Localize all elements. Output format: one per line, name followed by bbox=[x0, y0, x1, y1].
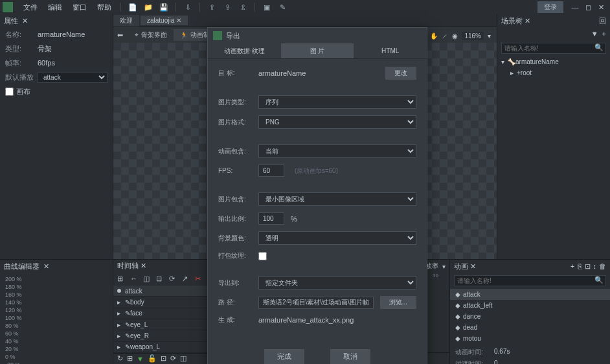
cancel-button[interactable]: 取消 bbox=[330, 349, 370, 364]
prop-defplay-select[interactable]: attack bbox=[38, 72, 107, 83]
open-icon[interactable]: 📁 bbox=[143, 2, 153, 12]
ratio-input[interactable] bbox=[258, 212, 284, 225]
edit-icon[interactable]: ✎ bbox=[277, 2, 288, 12]
hand-tool-icon[interactable]: ✋ bbox=[430, 32, 438, 40]
properties-close-icon[interactable]: ✕ bbox=[22, 17, 28, 25]
fps-dropdown-icon[interactable]: ▾ bbox=[442, 263, 446, 270]
tl-tool4-icon[interactable]: ⊡ bbox=[156, 275, 165, 284]
transition-value[interactable]: 0 bbox=[494, 359, 498, 364]
curve-close-icon[interactable]: ✕ bbox=[43, 262, 49, 271]
add-icon[interactable]: + bbox=[602, 30, 606, 38]
scenetree-search-input[interactable] bbox=[501, 43, 606, 54]
tl-bottom7-icon[interactable]: ◫ bbox=[180, 354, 186, 363]
modal-tab-image[interactable]: 图 片 bbox=[281, 43, 354, 58]
anim-search-icon[interactable]: 🔍 bbox=[594, 276, 604, 284]
tl-tool7-icon[interactable]: ✂ bbox=[195, 275, 204, 284]
transition-label: 过渡时间: bbox=[455, 359, 494, 364]
tl-filter-icon[interactable]: ▼ bbox=[137, 355, 144, 363]
scenetree-title: 场景树 bbox=[501, 17, 523, 25]
export3-icon[interactable]: ⇫ bbox=[238, 2, 248, 12]
pack-checkbox[interactable] bbox=[258, 252, 267, 260]
tree-root[interactable]: ▾🦴 armatureName bbox=[497, 56, 610, 67]
path-input[interactable] bbox=[258, 297, 374, 309]
export1-icon[interactable]: ⇧ bbox=[207, 2, 217, 12]
new-icon[interactable]: 📄 bbox=[128, 2, 138, 12]
import-icon[interactable]: ⇩ bbox=[183, 2, 193, 12]
tl-bottom2-icon[interactable]: ⊞ bbox=[127, 354, 133, 363]
anim-delete-icon[interactable]: 🗑 bbox=[599, 262, 606, 271]
tl-tool1-icon[interactable]: ⊞ bbox=[117, 275, 126, 284]
maximize-icon[interactable]: ◻ bbox=[583, 2, 593, 12]
anim-item[interactable]: ◆dead bbox=[450, 322, 610, 333]
timeline-close-icon[interactable]: ✕ bbox=[141, 262, 146, 269]
export2-icon[interactable]: ⇪ bbox=[222, 2, 232, 12]
anim-item[interactable]: ◆motou bbox=[450, 333, 610, 344]
tl-tool3-icon[interactable]: ◫ bbox=[143, 275, 152, 284]
modal-fps-input[interactable] bbox=[258, 165, 284, 177]
imginclude-select[interactable]: 最小图像区域 bbox=[258, 192, 416, 206]
anim-copy-icon[interactable]: ⎘ bbox=[578, 262, 582, 271]
filter-icon[interactable]: ▼ bbox=[591, 30, 598, 38]
menu-file[interactable]: 文件 bbox=[18, 3, 43, 12]
change-button[interactable]: 更改 bbox=[385, 67, 416, 80]
complete-button[interactable]: 完成 bbox=[264, 349, 304, 364]
prop-canvas-checkbox[interactable] bbox=[5, 87, 14, 96]
tab-file[interactable]: zalatuojia ✕ bbox=[141, 16, 188, 25]
subtab-skeleton[interactable]: ⌖骨架界面 bbox=[128, 29, 174, 41]
tl-bottom5-icon[interactable]: ⊡ bbox=[161, 354, 166, 363]
exportto-select[interactable]: 指定文件夹 bbox=[258, 276, 416, 290]
modal-fps-label: FPS: bbox=[218, 167, 252, 174]
back-icon[interactable]: ⬅ bbox=[117, 31, 123, 40]
anim-move-icon[interactable]: ↕ bbox=[593, 262, 597, 271]
login-button[interactable]: 登录 bbox=[537, 1, 563, 13]
eye-tool-icon[interactable]: ◉ bbox=[452, 32, 458, 40]
minimize-icon[interactable]: — bbox=[570, 2, 580, 12]
prop-fps-value: 60fps bbox=[38, 59, 107, 67]
imgformat-select[interactable]: PNG bbox=[258, 115, 416, 129]
tl-bottom1-icon[interactable]: ↻ bbox=[117, 354, 123, 363]
zoom-display[interactable]: 116% bbox=[462, 32, 484, 40]
modal-title-text: 导出 bbox=[226, 31, 240, 41]
target-value: armatureName bbox=[258, 69, 379, 77]
search-icon[interactable]: 🔍 bbox=[594, 43, 604, 52]
browse-button[interactable]: 浏览... bbox=[380, 296, 416, 309]
imgtype-label: 图片类型: bbox=[218, 98, 252, 107]
anim-item[interactable]: ◆attack bbox=[450, 289, 610, 300]
tab-welcome[interactable]: 欢迎 bbox=[113, 15, 139, 27]
anim-item[interactable]: ◆dance bbox=[450, 311, 610, 322]
prop-type-value: 骨架 bbox=[38, 44, 107, 54]
lock-icon[interactable]: 回 bbox=[599, 16, 606, 26]
preview-icon[interactable]: ▣ bbox=[262, 2, 272, 12]
anim-close-icon[interactable]: ✕ bbox=[470, 262, 476, 270]
animinclude-select[interactable]: 当前 bbox=[258, 144, 416, 158]
track-dot-icon bbox=[117, 289, 121, 293]
tl-tool5-icon[interactable]: ⟳ bbox=[169, 275, 178, 284]
tl-tool2-icon[interactable]: ↔ bbox=[130, 275, 139, 284]
bone-tool-icon[interactable]: ⟋ bbox=[442, 32, 448, 40]
anim-search-input[interactable] bbox=[454, 275, 606, 286]
bgcolor-select[interactable]: 透明 bbox=[258, 231, 416, 245]
anim-add-icon[interactable]: + bbox=[570, 262, 574, 271]
scenetree-close-icon[interactable]: ✕ bbox=[525, 17, 530, 25]
ratio-unit: % bbox=[291, 215, 297, 223]
tl-bottom6-icon[interactable]: ⟳ bbox=[170, 354, 176, 363]
anim-item[interactable]: ◆attack_left bbox=[450, 300, 610, 311]
tree-child[interactable]: ▸+ root bbox=[497, 67, 610, 78]
generate-value: armatureName_attack_xx.png bbox=[258, 316, 416, 324]
tl-lock-icon[interactable]: 🔓 bbox=[148, 354, 157, 363]
imgtype-select[interactable]: 序列 bbox=[258, 95, 416, 109]
bgcolor-label: 背景颜色: bbox=[218, 234, 252, 243]
close-icon[interactable]: ✕ bbox=[596, 2, 606, 12]
anim-paste-icon[interactable]: ⊡ bbox=[585, 262, 591, 271]
save-icon[interactable]: 💾 bbox=[159, 2, 169, 12]
menu-window[interactable]: 窗口 bbox=[67, 3, 92, 12]
menu-help[interactable]: 帮助 bbox=[92, 3, 117, 12]
timeline-title: 时间轴 bbox=[117, 262, 139, 269]
dropdown-icon[interactable]: ▾ bbox=[488, 32, 491, 40]
tl-tool6-icon[interactable]: ↗ bbox=[182, 275, 191, 284]
modal-tab-html[interactable]: HTML bbox=[354, 43, 427, 58]
duration-label: 动画时间: bbox=[455, 348, 494, 357]
duration-value: 0.67s bbox=[494, 348, 510, 357]
modal-tab-data[interactable]: 动画数据·纹理 bbox=[208, 43, 281, 58]
menu-edit[interactable]: 编辑 bbox=[43, 3, 67, 12]
